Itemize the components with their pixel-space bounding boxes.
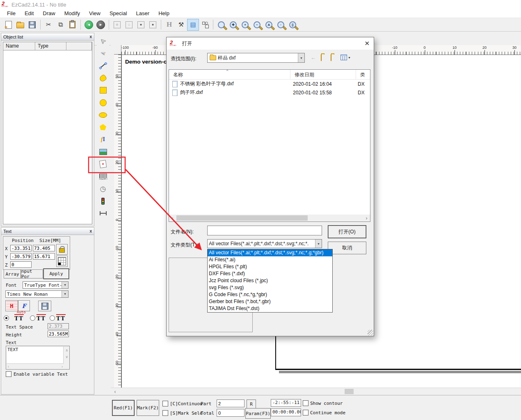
close-icon[interactable]: x bbox=[89, 229, 92, 233]
scroll-down-icon[interactable]: ∨ bbox=[65, 355, 68, 359]
input-output-tool[interactable] bbox=[97, 195, 109, 207]
text-space-auto-radio[interactable] bbox=[4, 315, 9, 321]
file-type-option[interactable]: HPGL Files (*.plt) bbox=[208, 263, 332, 270]
y-size-field[interactable] bbox=[33, 253, 55, 260]
text-content-field[interactable]: TEXT bbox=[7, 347, 64, 364]
red-light-button[interactable]: Red(F1) bbox=[112, 400, 135, 416]
object-list-table[interactable]: Name Type bbox=[3, 42, 92, 224]
zoom-window-button[interactable] bbox=[216, 19, 227, 30]
file-type-option[interactable]: G Code Files (*.nc,*g,*gbr) bbox=[208, 291, 332, 298]
close-icon[interactable]: ✕ bbox=[364, 40, 370, 47]
forward-button[interactable]: ► bbox=[95, 19, 106, 30]
column-type[interactable]: Type bbox=[35, 42, 66, 50]
put-to-origin-1-button[interactable]: ○ bbox=[112, 19, 123, 30]
file-type-option[interactable]: TAJIMA Dst Files(*.dst) bbox=[208, 305, 332, 312]
mark-selected-checkbox[interactable] bbox=[162, 410, 168, 416]
chevron-down-icon[interactable]: ▼ bbox=[298, 53, 304, 62]
chevron-down-icon[interactable]: ▼ bbox=[62, 282, 68, 288]
text-tool[interactable]: fI bbox=[97, 133, 109, 146]
scrollbar-thumb[interactable] bbox=[345, 389, 354, 394]
scroll-left-icon[interactable]: ‹ bbox=[112, 388, 119, 395]
scroll-right-icon[interactable]: › bbox=[363, 215, 370, 221]
menu-help[interactable]: Help bbox=[154, 9, 174, 17]
show-contour-checkbox[interactable] bbox=[303, 400, 308, 406]
put-to-origin-3-button[interactable]: ● bbox=[135, 19, 146, 30]
extend-axis-tool[interactable] bbox=[97, 207, 109, 219]
zoom-move-button[interactable]: ✚ bbox=[228, 19, 239, 30]
line-tool[interactable] bbox=[97, 59, 109, 72]
close-icon[interactable]: x bbox=[89, 34, 92, 39]
barcode-tool[interactable]: 01234 bbox=[97, 170, 109, 183]
param-button[interactable]: Param(F3) bbox=[245, 408, 271, 419]
font-type-combo[interactable]: TrueType Font-15 ▼ bbox=[23, 281, 69, 289]
file-list[interactable]: 名称 ^ 修改日期 类 不锈钢 彩色叶子字母.dxf2020-01-02 16:… bbox=[169, 69, 370, 222]
back-icon[interactable]: ← bbox=[311, 55, 316, 61]
text-space-width-radio[interactable] bbox=[50, 315, 55, 321]
copy-button[interactable]: ⧉ bbox=[55, 19, 66, 30]
vector-file-tool[interactable]: ✶ bbox=[97, 158, 109, 170]
column-date[interactable]: 修改日期 bbox=[290, 70, 356, 79]
file-type-option[interactable]: DXF Files (*.dxf) bbox=[208, 270, 332, 277]
circle-tool[interactable] bbox=[97, 96, 109, 109]
file-row[interactable]: 不锈钢 彩色叶子字母.dxf2020-01-02 16:04DX bbox=[169, 80, 370, 88]
array-button[interactable]: Array bbox=[4, 269, 21, 278]
continue-mode-checkbox[interactable] bbox=[303, 410, 308, 415]
column-type[interactable]: 类 bbox=[356, 70, 370, 79]
input-port-button[interactable]: nput Por bbox=[21, 269, 43, 278]
paste-button[interactable] bbox=[67, 19, 78, 30]
total-count-input[interactable] bbox=[217, 409, 245, 417]
file-row[interactable]: 鸽子环.dxf2020-01-02 15:58DX bbox=[169, 88, 370, 97]
menu-laser[interactable]: Laser bbox=[132, 9, 154, 17]
mark-parameters-button[interactable]: ▤ bbox=[187, 19, 199, 30]
file-type-option[interactable]: svg Files (*.svg) bbox=[208, 284, 332, 291]
cancel-button[interactable]: 取消 bbox=[328, 242, 366, 254]
menu-modify[interactable]: Modify bbox=[60, 9, 85, 17]
open-file-button[interactable] bbox=[15, 19, 26, 30]
chevron-down-icon[interactable]: ▼ bbox=[315, 240, 322, 248]
put-to-origin-2-button[interactable]: ◌ bbox=[123, 19, 135, 30]
zoom-page-button[interactable]: ▯ bbox=[287, 19, 298, 30]
hatch-button[interactable]: H bbox=[164, 19, 175, 30]
cut-button[interactable]: ✂ bbox=[43, 19, 54, 30]
polygon-tool[interactable] bbox=[97, 121, 109, 133]
put-to-origin-4-button[interactable]: ● bbox=[147, 19, 158, 30]
file-name-input[interactable] bbox=[207, 226, 322, 235]
apply-button[interactable]: Apply bbox=[43, 268, 69, 279]
menu-edit[interactable]: Edit bbox=[20, 9, 38, 17]
view-menu-icon[interactable]: ▼ bbox=[340, 55, 351, 60]
hatch-style-button[interactable]: H bbox=[5, 300, 18, 311]
file-type-option[interactable]: Ai Files(*.ai) bbox=[208, 256, 332, 263]
reset-count-button[interactable]: R bbox=[247, 399, 256, 409]
look-in-combo[interactable]: 样品 dxf ▼ bbox=[207, 53, 305, 63]
canvas-horizontal-scrollbar[interactable]: ‹ bbox=[111, 388, 521, 395]
zoom-all-button[interactable]: A bbox=[263, 19, 274, 30]
continuous-checkbox[interactable] bbox=[162, 401, 168, 406]
z-position-field[interactable] bbox=[10, 261, 32, 268]
dialog-titlebar[interactable]: 2 EZCAD 打开 ✕ bbox=[167, 37, 374, 50]
save-style-button[interactable] bbox=[38, 301, 51, 311]
delay-tool[interactable]: ◷ bbox=[97, 183, 109, 195]
node-edit-tool[interactable]: ➢ bbox=[97, 47, 109, 59]
x-size-field[interactable] bbox=[33, 245, 55, 251]
curve-tool[interactable] bbox=[97, 72, 109, 84]
rectangle-tool[interactable] bbox=[97, 84, 109, 96]
scroll-right-icon[interactable]: › bbox=[62, 365, 63, 369]
font-name-combo[interactable]: Times New Roman ▼ bbox=[5, 290, 69, 298]
y-position-field[interactable] bbox=[10, 253, 32, 260]
font-style-button[interactable]: F bbox=[18, 300, 30, 311]
menu-special[interactable]: Special bbox=[105, 9, 132, 17]
menu-draw[interactable]: Draw bbox=[38, 9, 59, 17]
file-type-option[interactable]: All vector Files(*.ai;*.plt;*.dxf;*.dst;… bbox=[208, 249, 332, 256]
column-name[interactable]: Name bbox=[3, 42, 35, 50]
height-field[interactable] bbox=[48, 331, 69, 337]
mark-button[interactable]: Mark(F2) bbox=[137, 400, 159, 416]
new-file-button[interactable] bbox=[3, 19, 14, 30]
x-position-field[interactable] bbox=[10, 245, 32, 251]
part-count-input[interactable] bbox=[217, 399, 245, 407]
scrollbar-thumb[interactable] bbox=[176, 215, 308, 221]
scroll-up-icon[interactable]: ∧ bbox=[65, 349, 68, 352]
zoom-in-button[interactable]: + bbox=[240, 19, 251, 30]
ellipse-tool[interactable] bbox=[97, 109, 109, 121]
column-name[interactable]: 名称 ^ bbox=[169, 70, 290, 79]
back-button[interactable]: ◄ bbox=[83, 19, 94, 30]
